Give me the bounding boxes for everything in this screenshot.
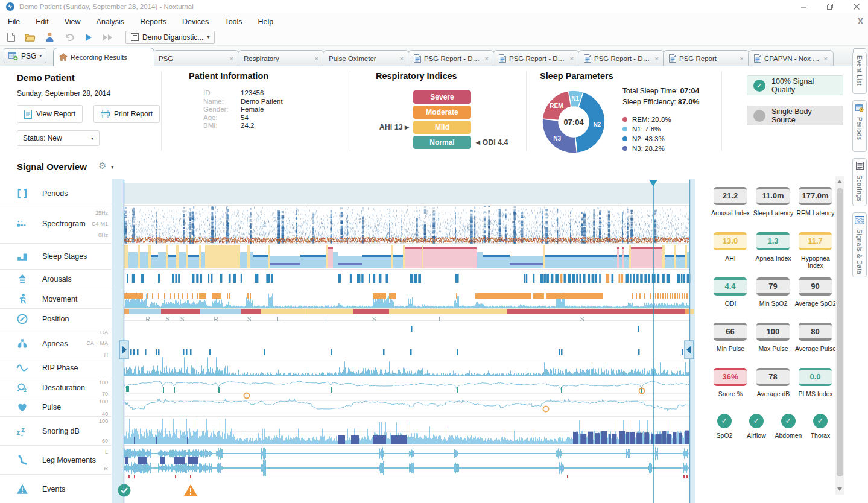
sidebar-item-snoring-db[interactable]: zZzSnoring dB10060: [0, 416, 112, 445]
stat-value-min-spo2: 79: [756, 277, 790, 296]
legend-dot-icon: [622, 117, 627, 122]
donut-center-time: 07:04: [563, 118, 584, 127]
toolbar: Demo Diganostic... ▾: [0, 29, 868, 46]
sleep-efficiency: 87.0%: [678, 98, 699, 106]
sleep-legend: Total Sleep Time: 07:04 Sleep Efficiency…: [622, 87, 699, 153]
tab-close-icon[interactable]: ×: [230, 55, 233, 62]
tab-close-icon[interactable]: ×: [485, 55, 489, 62]
apneas-icon: [16, 338, 28, 350]
svg-text:z: z: [17, 428, 21, 435]
overview-scrollbar[interactable]: [835, 176, 844, 495]
axis-label: 25Hz: [95, 210, 108, 216]
patient-info-row: ID:123456: [203, 89, 283, 98]
legend-dot-icon: [622, 127, 627, 131]
menu-item-devices[interactable]: Devices: [174, 17, 217, 26]
new-recording-button[interactable]: [2, 30, 19, 45]
tab-psg-report-7[interactable]: PSG Report×: [663, 50, 750, 66]
side-tab-event-list[interactable]: Event List: [852, 52, 867, 94]
stat-value-apnea-index: 1.3: [756, 232, 790, 250]
open-recording-button[interactable]: [22, 30, 39, 45]
signal-quality-button[interactable]: ✓ 100% Signal Quality: [747, 75, 843, 95]
status-dropdown[interactable]: Status: New ▾: [17, 130, 100, 146]
menu-item-reports[interactable]: Reports: [132, 17, 174, 26]
workflow-selector[interactable]: Demo Diganostic... ▾: [125, 31, 215, 44]
scroll-down-icon[interactable]: [837, 487, 842, 491]
signal-overview-chart[interactable]: [112, 179, 695, 503]
patient-button[interactable]: [41, 30, 58, 45]
tab-label: PSG Report - Dr ...: [424, 55, 481, 62]
restore-button[interactable]: [826, 2, 834, 11]
side-tab-scorings[interactable]: Scorings: [852, 158, 867, 206]
patient-info-row: Name:Demo Patient: [203, 98, 283, 106]
sidebar-item-periods[interactable]: Periods: [0, 183, 112, 204]
tab-respiratory-2[interactable]: Respiratory×: [238, 50, 325, 66]
sidebar-item-desaturation[interactable]: 2Desaturation10070: [0, 378, 112, 397]
tab-psg-report-dr-6[interactable]: PSG Report - Dr ...×: [578, 50, 665, 66]
tab-close-icon[interactable]: ×: [655, 55, 659, 62]
patient-name: Demo Patient: [17, 72, 75, 83]
sidebar-item-position[interactable]: Position: [0, 308, 112, 329]
tab-psg-report-dr-4[interactable]: PSG Report - Dr ...×: [408, 50, 495, 66]
menu-item-help[interactable]: Help: [250, 17, 282, 26]
side-tab-signals-data[interactable]: Signals & Data: [852, 212, 867, 277]
workspace-selector-button[interactable]: PSG ▾: [4, 48, 46, 63]
menu-item-file[interactable]: File: [0, 17, 28, 26]
svg-text:2: 2: [24, 387, 27, 393]
gear-icon[interactable]: ⚙: [98, 160, 106, 171]
start-recording-button[interactable]: [80, 30, 97, 45]
spectrogram-icon: [16, 218, 28, 230]
app-logo-icon: [6, 2, 14, 11]
divider: [350, 71, 350, 151]
tab-label: PSG: [159, 55, 226, 62]
tab-close-icon[interactable]: ×: [824, 55, 828, 62]
sidebar-item-movement[interactable]: Movement: [0, 289, 112, 308]
sidebar-item-spectrogram[interactable]: Spectrogram25HzC4-M10Hz: [0, 204, 112, 243]
scrollbar-thumb[interactable]: [837, 188, 843, 476]
sidebar-item-apneas[interactable]: ApneasOACA + MAH: [0, 329, 112, 358]
tab-close-icon[interactable]: ×: [570, 55, 574, 62]
check-icon: ✓: [753, 80, 765, 92]
menu-item-analysis[interactable]: Analysis: [89, 17, 133, 26]
close-button[interactable]: [852, 2, 861, 11]
donut-label: N3: [553, 135, 561, 142]
legend-item: N3: 28.2%: [622, 144, 699, 153]
fast-forward-icon[interactable]: [99, 30, 116, 45]
menu-close-button[interactable]: X: [858, 16, 863, 26]
tab-cpapvn-nox-a-8[interactable]: CPAPVN - Nox A...×: [748, 50, 834, 66]
tab-close-icon[interactable]: ×: [740, 55, 744, 62]
sidebar-item-events[interactable]: Events: [0, 474, 112, 503]
chevron-down-icon[interactable]: ▾: [111, 164, 114, 170]
stat-label: AHI: [709, 255, 752, 262]
side-tab-periods[interactable]: Periods: [852, 100, 867, 152]
severity-mild: Mild: [413, 121, 471, 134]
sidebar-item-arousals[interactable]: Arousals: [0, 269, 112, 289]
sidebar-item-rip-phase[interactable]: RIP Phase: [0, 358, 112, 378]
tab-close-icon[interactable]: ×: [400, 55, 404, 62]
pulse-icon: [16, 401, 28, 413]
signal-row-label: Movement: [42, 295, 77, 303]
scroll-up-icon[interactable]: [837, 180, 842, 183]
body-source-button[interactable]: Single Body Source: [747, 106, 843, 125]
tab-recording-results-0[interactable]: Recording Results: [53, 48, 154, 66]
tab-psg-1[interactable]: PSG×: [153, 50, 239, 66]
view-report-button[interactable]: View Report: [17, 105, 83, 123]
stat-value-average-pulse: 80: [799, 323, 832, 341]
signal-row-label: Leg Movements: [42, 456, 96, 464]
menu-item-view[interactable]: View: [57, 17, 89, 26]
sidebar-item-sleep-stages[interactable]: Sleep Stages: [0, 243, 112, 269]
undo-icon[interactable]: [60, 30, 77, 45]
minimize-button[interactable]: [799, 2, 808, 11]
axis-label: 100: [99, 399, 108, 405]
chevron-down-icon: ▾: [39, 53, 42, 59]
tab-psg-report-dr-5[interactable]: PSG Report - Dr ...×: [493, 50, 580, 66]
print-report-button[interactable]: Print Report: [93, 105, 160, 123]
signal-list-sidebar: PeriodsSpectrogram25HzC4-M10HzSleep Stag…: [0, 181, 112, 503]
sidebar-item-leg-movements[interactable]: Leg MovementsLR: [0, 445, 112, 474]
menu-item-tools[interactable]: Tools: [217, 17, 250, 26]
menu-item-edit[interactable]: Edit: [28, 17, 57, 26]
sidebar-item-pulse[interactable]: Pulse10040: [0, 397, 112, 416]
tab-close-icon[interactable]: ×: [315, 55, 318, 62]
tab-pulse-oximeter-3[interactable]: Pulse Oximeter×: [323, 50, 410, 66]
signal-row-label: Spectrogram: [42, 220, 86, 228]
axis-label: 70: [102, 391, 108, 397]
